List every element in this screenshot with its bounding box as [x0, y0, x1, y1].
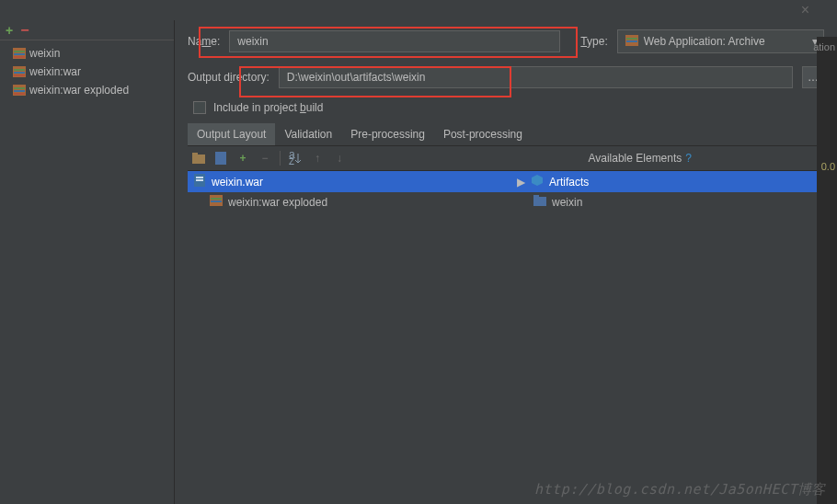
- svg-rect-22: [196, 179, 203, 181]
- svg-rect-17: [215, 152, 226, 165]
- svg-rect-24: [211, 198, 222, 200]
- svg-rect-27: [533, 197, 546, 206]
- svg-rect-2: [14, 53, 25, 55]
- web-app-icon: [625, 35, 638, 49]
- tab-validation[interactable]: Validation: [275, 123, 341, 145]
- sidebar-item-weixin[interactable]: weixin: [0, 44, 174, 63]
- svg-rect-6: [14, 72, 25, 74]
- svg-rect-21: [196, 177, 203, 178]
- tree-root-artifacts[interactable]: ▶ Artifacts: [511, 171, 824, 192]
- close-icon[interactable]: ×: [801, 2, 809, 18]
- tree-label: weixin.war: [212, 176, 263, 189]
- svg-rect-10: [14, 90, 25, 92]
- tree-root-weixin-war[interactable]: weixin.war: [188, 171, 511, 192]
- new-folder-icon[interactable]: [191, 151, 206, 166]
- archive-file-icon: [193, 174, 206, 189]
- new-archive-icon[interactable]: [213, 151, 228, 166]
- expand-icon[interactable]: ▶: [517, 176, 525, 189]
- type-label: Type:: [580, 35, 607, 48]
- right-gutter: [817, 37, 837, 504]
- svg-rect-28: [533, 195, 539, 198]
- output-tree: weixin.war weixin:war exploded: [188, 171, 511, 212]
- tree-label: Artifacts: [549, 176, 589, 189]
- sidebar-item-label: weixin:war exploded: [29, 84, 129, 97]
- tree-child-exploded[interactable]: weixin:war exploded: [188, 192, 511, 212]
- tab-postprocessing[interactable]: Post-processing: [434, 123, 532, 145]
- svg-text:z: z: [289, 155, 294, 165]
- output-dir-input[interactable]: [279, 66, 793, 88]
- up-icon: ↑: [310, 151, 325, 166]
- output-dir-label: Output directory:: [188, 71, 269, 84]
- svg-rect-11: [14, 93, 25, 95]
- sidebar-item-label: weixin: [29, 47, 60, 60]
- include-build-checkbox[interactable]: [193, 101, 206, 114]
- artifact-icon: [210, 195, 223, 209]
- archive-icon: [13, 85, 26, 96]
- tab-output-layout[interactable]: Output Layout: [188, 123, 275, 145]
- type-select[interactable]: Web Application: Archive ▾: [617, 29, 824, 53]
- sidebar-toolbar: + −: [0, 20, 174, 40]
- module-icon: [533, 195, 546, 209]
- artifact-settings: Name: Type: Web Application: Archive ▾ O…: [175, 20, 837, 504]
- name-input[interactable]: [229, 30, 560, 52]
- archive-icon: [13, 66, 26, 77]
- sidebar-item-weixin-war-exploded[interactable]: weixin:war exploded: [0, 81, 174, 99]
- sidebar-item-weixin-war[interactable]: weixin:war: [0, 63, 174, 81]
- main-layout: + − weixin weixin:war weixin:war explo: [0, 20, 837, 504]
- add-icon[interactable]: +: [6, 23, 13, 38]
- svg-rect-15: [192, 155, 205, 164]
- svg-rect-1: [14, 51, 25, 52]
- artifacts-sidebar: + − weixin weixin:war weixin:war explo: [0, 20, 175, 504]
- svg-rect-25: [211, 200, 222, 202]
- include-build-label: Include in project build: [213, 101, 323, 114]
- svg-rect-9: [14, 87, 25, 89]
- svg-rect-16: [192, 153, 198, 155]
- artifact-list: weixin weixin:war weixin:war exploded: [0, 40, 174, 103]
- tabs: Output Layout Validation Pre-processing …: [188, 123, 824, 146]
- svg-rect-14: [626, 40, 637, 42]
- edge-number: 0.0: [821, 161, 835, 172]
- name-label: Name:: [188, 35, 220, 48]
- available-elements-label: Available Elements?: [588, 152, 692, 165]
- type-value: Web Application: Archive: [644, 35, 765, 48]
- available-tree: ▶ Artifacts weixin: [511, 171, 824, 212]
- name-row: Name: Type: Web Application: Archive ▾: [188, 29, 824, 53]
- remove-icon[interactable]: −: [20, 22, 29, 39]
- help-icon[interactable]: ?: [685, 152, 692, 165]
- sidebar-item-label: weixin:war: [29, 65, 81, 78]
- svg-rect-13: [626, 38, 637, 40]
- tab-preprocessing[interactable]: Pre-processing: [341, 123, 434, 145]
- archive-icon: [13, 48, 26, 59]
- down-icon: ↓: [332, 151, 347, 166]
- add-copy-icon[interactable]: +: [235, 151, 250, 166]
- svg-marker-26: [532, 175, 543, 186]
- svg-rect-5: [14, 69, 25, 71]
- layout-panel: weixin.war weixin:war exploded ▶ Artifac…: [188, 171, 824, 212]
- tree-child-weixin-module[interactable]: weixin: [511, 192, 824, 212]
- title-bar: ×: [0, 0, 837, 20]
- svg-rect-7: [14, 74, 25, 76]
- edge-text: ation: [813, 41, 835, 52]
- sort-icon[interactable]: az: [288, 151, 303, 166]
- layout-toolbar: + − az ↑ ↓ Available Elements?: [188, 146, 824, 171]
- tree-label: weixin:war exploded: [228, 196, 327, 209]
- watermark: http://blog.csdn.net/Ja5onHECT博客: [534, 481, 826, 498]
- svg-rect-3: [14, 56, 25, 58]
- separator: [280, 151, 281, 166]
- remove-item-icon[interactable]: −: [258, 151, 272, 166]
- tree-label: weixin: [552, 196, 582, 209]
- output-dir-row: Output directory: …: [188, 66, 824, 88]
- artifacts-group-icon: [531, 174, 544, 189]
- include-build-row[interactable]: Include in project build: [188, 101, 824, 114]
